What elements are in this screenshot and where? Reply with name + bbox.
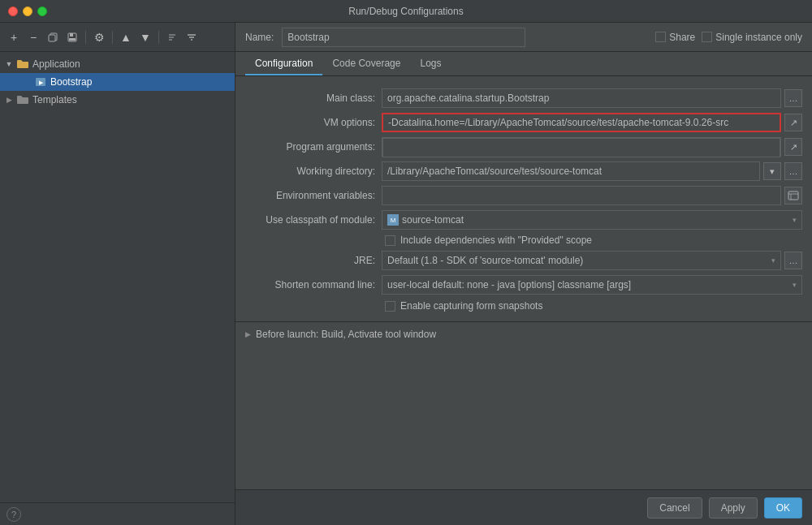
capture-snapshots-row: Enable capturing form snapshots <box>235 297 812 315</box>
minimize-button[interactable] <box>23 6 32 16</box>
jre-browse-button[interactable]: … <box>784 252 802 269</box>
sidebar-item-bootstrap[interactable]: ▶ ▶ Bootstrap <box>0 73 235 91</box>
expand-arrow-templates: ▶ <box>5 96 13 104</box>
apply-button[interactable]: Apply <box>709 497 758 519</box>
single-instance-checkbox[interactable] <box>702 32 712 42</box>
program-args-row: Program arguments: ↗ <box>235 135 812 159</box>
working-dir-label: Working directory: <box>245 166 375 177</box>
env-vars-label: Environment variables: <box>245 190 375 201</box>
working-dir-dropdown-button[interactable]: ▾ <box>763 162 781 180</box>
sort-button[interactable] <box>163 28 181 46</box>
maximize-button[interactable] <box>37 6 47 16</box>
module-name: source-tomcat <box>402 214 464 226</box>
share-checkbox[interactable] <box>655 32 666 42</box>
svg-rect-0 <box>49 35 55 41</box>
module-icon: M source-tomcat <box>387 214 464 226</box>
vm-options-expand-button[interactable]: ↗ <box>784 114 802 131</box>
cancel-button[interactable]: Cancel <box>647 497 702 519</box>
bottom-bar: Cancel Apply OK <box>235 489 812 525</box>
expand-arrow-application: ▼ <box>5 60 13 68</box>
env-vars-browse-button[interactable] <box>784 187 802 204</box>
sidebar-item-templates[interactable]: ▶ Templates <box>0 91 235 109</box>
add-config-button[interactable]: + <box>5 28 23 46</box>
before-launch-header[interactable]: ▶ Before launch: Build, Activate tool wi… <box>235 322 812 346</box>
move-up-button[interactable]: ▲ <box>117 28 135 46</box>
share-checkbox-label[interactable]: Share <box>655 32 695 43</box>
help-button[interactable]: ? <box>6 507 21 522</box>
module-icon-badge: M <box>387 214 399 226</box>
env-vars-field <box>382 186 802 205</box>
sidebar-bottom: ? <box>0 502 235 525</box>
main-class-browse-button[interactable]: … <box>784 89 802 107</box>
env-vars-container <box>382 186 781 205</box>
config-content: Main class: … VM options: ↗ Program argu… <box>235 76 812 489</box>
jre-dropdown-arrow: ▾ <box>771 256 775 265</box>
main-class-row: Main class: … <box>235 86 812 110</box>
program-args-expand-button[interactable]: ↗ <box>784 138 802 156</box>
name-input[interactable] <box>282 28 525 47</box>
program-args-label: Program arguments: <box>245 141 375 153</box>
tab-configuration[interactable]: Configuration <box>245 53 322 75</box>
jre-row: JRE: Default (1.8 - SDK of 'source-tomca… <box>235 248 812 273</box>
ok-button[interactable]: OK <box>764 497 802 519</box>
folder-icon-templates <box>16 93 29 106</box>
folder-icon-application <box>16 58 29 71</box>
capture-snapshots-checkbox[interactable] <box>385 301 395 312</box>
svg-rect-12 <box>788 191 798 200</box>
working-dir-field: ▾ … <box>382 161 802 181</box>
vm-options-field: ↗ <box>382 113 802 132</box>
single-instance-checkbox-label[interactable]: Single instance only <box>702 32 802 43</box>
remove-config-button[interactable]: − <box>24 28 42 46</box>
jre-field: Default (1.8 - SDK of 'source-tomcat' mo… <box>382 251 802 270</box>
tab-logs[interactable]: Logs <box>410 53 451 75</box>
working-dir-row: Working directory: ▾ … <box>235 159 812 183</box>
window-controls[interactable] <box>8 6 47 16</box>
before-launch-arrow: ▶ <box>245 330 251 338</box>
name-label: Name: <box>245 32 274 43</box>
program-args-container <box>382 137 781 157</box>
name-bar: Name: Share Single instance only <box>235 23 812 52</box>
jre-value: Default (1.8 - SDK of 'source-tomcat' mo… <box>387 255 583 266</box>
window-title: Run/Debug Configurations <box>348 6 463 17</box>
include-deps-row: Include dependencies with "Provided" sco… <box>235 232 812 248</box>
name-bar-right: Share Single instance only <box>655 32 802 43</box>
svg-rect-3 <box>69 38 76 41</box>
sidebar-item-application[interactable]: ▼ Application <box>0 55 235 73</box>
classpath-dropdown-arrow: ▾ <box>793 216 797 224</box>
app-icon-bootstrap: ▶ <box>34 75 47 88</box>
before-launch-label: Before launch: Build, Activate tool wind… <box>256 329 436 340</box>
jre-select[interactable]: Default (1.8 - SDK of 'source-tomcat' mo… <box>382 251 781 270</box>
gear-button[interactable]: ⚙ <box>90 28 108 46</box>
tab-code-coverage[interactable]: Code Coverage <box>322 53 410 75</box>
filter-button[interactable] <box>183 28 201 46</box>
single-instance-label: Single instance only <box>715 32 802 43</box>
sidebar-label-bootstrap: Bootstrap <box>50 76 92 88</box>
working-dir-input[interactable] <box>382 161 760 181</box>
copy-config-button[interactable] <box>44 28 62 46</box>
include-deps-label: Include dependencies with "Provided" sco… <box>400 235 592 246</box>
capture-snapshots-label: Enable capturing form snapshots <box>400 300 542 312</box>
use-classpath-field: M source-tomcat ▾ <box>382 210 802 230</box>
share-label: Share <box>669 32 695 43</box>
use-classpath-row: Use classpath of module: M source-tomcat… <box>235 208 812 232</box>
move-down-button[interactable]: ▼ <box>136 28 154 46</box>
vm-options-row: VM options: ↗ <box>235 110 812 135</box>
close-button[interactable] <box>8 6 18 16</box>
right-panel: Name: Share Single instance only Configu… <box>235 23 812 525</box>
vm-options-label: VM options: <box>245 117 375 128</box>
use-classpath-select[interactable]: M source-tomcat ▾ <box>382 210 802 230</box>
include-deps-checkbox[interactable] <box>385 235 395 246</box>
working-dir-browse-button[interactable]: … <box>784 162 802 180</box>
main-class-label: Main class: <box>245 93 375 104</box>
save-config-button[interactable] <box>63 28 81 46</box>
program-args-input[interactable] <box>382 138 780 157</box>
main-class-field: … <box>382 88 802 108</box>
sidebar-label-application: Application <box>32 58 80 70</box>
vm-options-input[interactable] <box>382 113 781 132</box>
shorten-cmd-select[interactable]: user-local default: none - java [options… <box>382 275 802 295</box>
jre-label: JRE: <box>245 255 375 266</box>
shorten-cmd-field: user-local default: none - java [options… <box>382 275 802 295</box>
config-tree: ▼ Application ▶ ▶ Bootstrap <box>0 52 235 502</box>
main-class-input[interactable] <box>382 88 781 108</box>
title-bar: Run/Debug Configurations <box>0 0 812 23</box>
